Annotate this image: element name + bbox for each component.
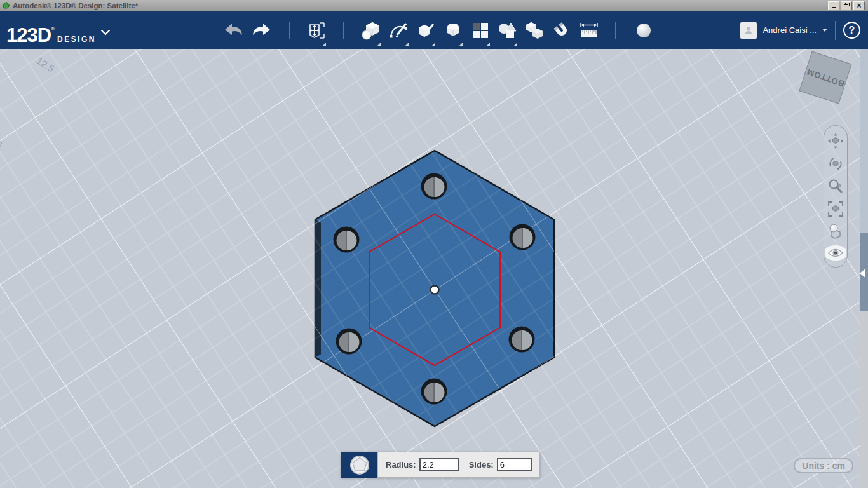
measure-tool[interactable] [578,20,600,41]
construct-tool[interactable] [414,20,437,41]
app-window: Autodesk® 123D® Design: Satellite* × 123… [0,0,868,488]
magnet-icon [551,20,573,41]
snap-tool[interactable] [523,20,546,41]
toolbar-separator [615,22,616,39]
logo-design: DESIGN [57,35,96,44]
chevron-down-icon [101,30,110,36]
combine-icon [498,20,518,41]
polygon-tool-badge[interactable] [341,452,377,478]
side-panel-strip-lower [860,311,868,488]
transform-tool[interactable] [305,20,328,41]
magnet-tool[interactable] [550,20,573,41]
close-icon: × [857,3,861,9]
undo-icon [224,22,244,39]
material-sphere-icon [634,21,653,40]
construct-icon [415,20,437,41]
account-dropdown-icon[interactable] [822,29,827,32]
panel-expand-arrow-icon[interactable] [860,269,865,278]
measure-icon [578,21,600,40]
combine-tool[interactable] [496,20,519,41]
center-point[interactable] [431,286,439,294]
close-button[interactable]: × [853,1,865,10]
radius-input[interactable] [419,458,459,471]
sides-label: Sides: [469,460,494,470]
orbit-icon [827,156,844,172]
minimize-icon [832,7,836,8]
user-icon [743,25,754,36]
units-chip[interactable]: Units : cm [794,458,853,473]
shading-button[interactable] [827,222,844,240]
navigation-bar [824,125,848,268]
fit-view-button[interactable] [827,200,844,218]
toolbar-separator [289,22,290,39]
scene-svg[interactable] [0,49,868,488]
pattern-icon [471,21,490,40]
sketch-icon [388,20,410,41]
redo-icon [251,22,271,39]
fit-view-icon [827,201,844,217]
material-tool[interactable] [632,20,655,41]
pan-icon [827,133,844,149]
polygon-fields: Radius: Sides: [377,452,540,478]
toolbar-separator [835,21,836,40]
zoom-button[interactable] [827,177,844,195]
orbit-button[interactable] [827,155,844,173]
eye-icon [827,247,844,259]
help-icon: ? [849,25,855,36]
main-toolbar: 123D® DESIGN [0,11,868,49]
shading-icon [827,223,844,240]
logo-123d: 123D® [6,18,54,47]
hole[interactable] [509,327,535,353]
title-bar: Autodesk® 123D® Design: Satellite* × [0,0,868,11]
zoom-icon [827,178,844,194]
snap-icon [524,20,545,41]
transform-icon [306,20,327,41]
modify-icon [442,20,464,41]
sketch-tool[interactable] [388,20,410,41]
window-title: Autodesk® 123D® Design: Satellite* [13,2,138,10]
polygon-options-bar: Radius: Sides: [341,452,540,478]
toolbar-separator [343,22,344,39]
pattern-tool[interactable] [469,20,492,41]
hole[interactable] [421,379,447,405]
app-icon [2,1,10,10]
hole[interactable] [334,227,360,253]
sides-input[interactable] [497,458,532,471]
hole[interactable] [336,329,362,355]
hole[interactable] [510,224,536,250]
visibility-button[interactable] [825,245,846,261]
modify-tool[interactable] [442,20,465,41]
redo-button[interactable] [250,20,273,41]
polygon-icon [349,454,370,476]
app-logo-menu[interactable]: 123D® DESIGN [6,18,110,47]
restore-button[interactable] [841,1,852,10]
pan-button[interactable] [827,132,844,150]
radius-label: Radius: [386,460,416,470]
avatar [740,22,757,39]
hole[interactable] [421,173,447,200]
restore-icon [844,3,850,8]
help-button[interactable]: ? [843,22,860,39]
account-name[interactable]: Andrei Caisi ... [763,25,817,35]
primitives-icon [360,20,382,41]
viewport-3d[interactable]: 12.5 5 BOTTOM [0,49,868,488]
minimize-button[interactable] [828,1,839,10]
undo-button[interactable] [222,20,245,41]
primitives-tool[interactable] [360,20,383,41]
